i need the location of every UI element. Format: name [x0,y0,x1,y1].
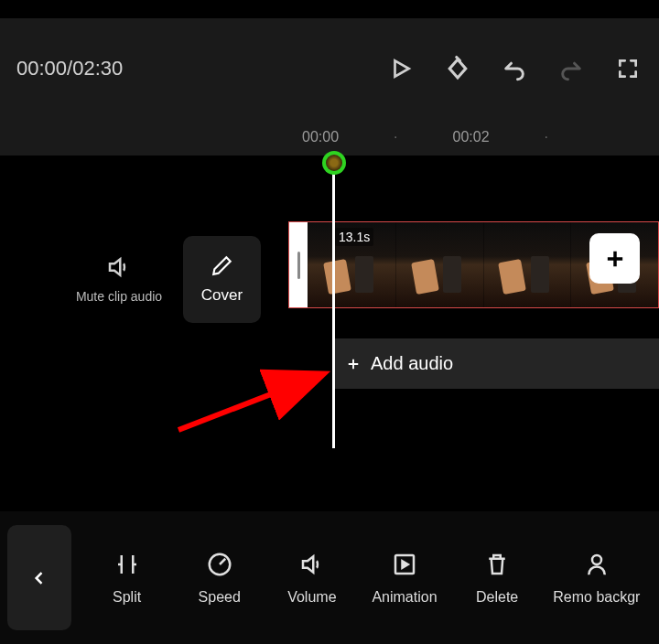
plus-icon [602,246,628,272]
add-clip-button[interactable] [589,233,640,284]
video-clip[interactable]: 13.1s [288,221,659,308]
remove-bg-label: Remo backgr [553,589,640,606]
delete-tool[interactable]: Delete [460,551,534,606]
split-tool[interactable]: Split [91,551,164,606]
animation-tool[interactable]: Animation [368,551,441,606]
volume-label: Volume [287,589,336,606]
fullscreen-icon [616,57,640,80]
ruler-dot: · [394,129,397,145]
plus-icon [345,356,362,372]
chevron-left-icon [30,569,49,587]
volume-icon [298,551,326,578]
add-audio-label: Add audio [371,353,453,374]
ruler-mark-0: 00:00 [302,129,339,145]
speed-tool[interactable]: Speed [183,551,256,606]
back-button[interactable] [7,525,71,630]
playhead-line[interactable] [332,174,335,448]
mute-audio-label: Mute clip audio [76,288,162,305]
split-icon [113,551,141,578]
ruler-dot: · [545,129,548,145]
ruler-mark-1: 00:02 [453,129,490,145]
playhead-marker[interactable] [322,151,346,175]
thumbnail-frame [395,222,483,307]
redo-icon [558,56,584,81]
split-label: Split [113,589,141,606]
speed-icon [206,551,233,578]
play-icon [389,57,413,80]
animation-icon [391,551,418,578]
svg-line-1 [178,375,320,430]
tool-items: Split Speed Volume Animation Delete Remo… [71,551,659,606]
playback-controls [386,54,643,83]
person-icon [583,551,610,578]
keyframe-icon [444,55,471,82]
play-button[interactable] [386,54,416,83]
cover-button[interactable]: Cover [183,236,261,323]
svg-point-4 [592,555,601,564]
timecode-display: 00:00/02:30 [16,57,123,80]
delete-icon [483,551,511,578]
speaker-icon [105,253,133,281]
thumbnail-frame [483,222,571,307]
delete-label: Delete [476,589,518,606]
volume-tool[interactable]: Volume [275,551,349,606]
pencil-icon [211,253,234,277]
cover-label: Cover [201,286,243,305]
fullscreen-button[interactable] [613,54,643,83]
animation-label: Animation [372,589,437,606]
bottom-toolbar: Split Speed Volume Animation Delete Remo… [0,511,659,644]
clip-trim-handle-left[interactable] [289,222,308,307]
clip-duration-label: 13.1s [335,228,373,246]
mute-audio-button[interactable]: Mute clip audio [73,253,165,305]
timeline-area: Mute clip audio Cover 13.1s Add audio [0,156,659,467]
top-bar: 00:00/02:30 [0,18,659,119]
add-audio-track[interactable]: Add audio [334,338,659,389]
speed-label: Speed [199,589,241,606]
remove-bg-tool[interactable]: Remo backgr [553,551,640,606]
redo-button [556,54,586,83]
annotation-arrow [174,366,339,439]
keyframe-button[interactable] [443,54,472,83]
undo-icon [502,56,527,81]
timeline-ruler[interactable]: 00:00 · 00:02 · [0,119,659,156]
undo-button[interactable] [500,54,529,83]
